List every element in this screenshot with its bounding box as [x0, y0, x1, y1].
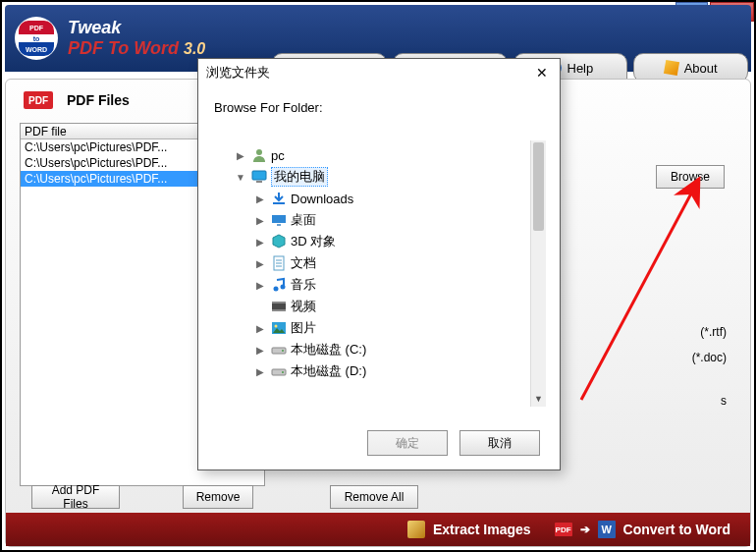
expand-icon[interactable]: ▶: [253, 345, 267, 356]
tree-item[interactable]: ▶本地磁盘 (C:): [214, 339, 544, 360]
expand-icon[interactable]: ▶: [234, 150, 247, 161]
svg-rect-15: [272, 309, 286, 311]
tree-item[interactable]: ▶音乐: [214, 274, 544, 296]
dialog-ok-button[interactable]: 确定: [367, 430, 448, 456]
expand-icon[interactable]: ▶: [253, 193, 267, 204]
desktop-icon: [271, 212, 287, 228]
svg-point-12: [281, 285, 286, 290]
doc-icon: [271, 255, 287, 271]
svg-rect-3: [256, 181, 262, 183]
logo-top: PDF: [19, 21, 54, 34]
tree-item[interactable]: ▶桌面: [214, 209, 544, 231]
app-logo-icon: PDF to WORD: [15, 17, 58, 60]
add-pdf-files-button[interactable]: Add PDF Files: [31, 485, 120, 509]
dialog-titlebar[interactable]: 浏览文件夹 ✕: [198, 59, 560, 86]
dialog-prompt: Browse For Folder:: [198, 86, 560, 119]
expand-icon[interactable]: ▶: [253, 237, 267, 248]
cube3d-icon: [271, 234, 287, 249]
svg-rect-6: [277, 224, 281, 226]
brand-text: Tweak PDF To Word 3.0: [68, 18, 205, 59]
browse-folder-dialog: 浏览文件夹 ✕ Browse For Folder: ▶pc▼我的电脑▶Down…: [197, 58, 561, 470]
tree-item[interactable]: ▶图片: [214, 317, 544, 339]
download-icon: [271, 191, 287, 206]
options-text: s: [721, 394, 727, 408]
svg-point-21: [282, 371, 284, 373]
tree-item[interactable]: ▶3D 对象: [214, 231, 544, 252]
pdf-badge-icon: PDF: [24, 91, 53, 109]
word-small-icon: W: [598, 521, 616, 538]
tree-item-label: 文档: [291, 254, 316, 272]
brand-line1: Tweak: [68, 18, 205, 38]
tree-item-label: 本地磁盘 (D:): [291, 362, 366, 380]
svg-rect-4: [273, 202, 285, 204]
format-option-rtf: (*.rtf): [700, 325, 727, 339]
monitor-icon: [251, 169, 267, 185]
svg-rect-5: [272, 215, 286, 223]
remove-button[interactable]: Remove: [183, 485, 253, 509]
tree-item-label: 我的电脑: [271, 167, 328, 187]
svg-rect-2: [252, 171, 266, 180]
svg-rect-14: [272, 302, 286, 304]
pdf-files-heading: PDF PDF Files: [24, 91, 130, 109]
dialog-title-text: 浏览文件夹: [206, 64, 270, 82]
images-icon: [407, 521, 425, 538]
tree-item[interactable]: ▶本地磁盘 (D:): [214, 360, 544, 382]
svg-point-17: [275, 325, 278, 328]
drive-icon: [271, 342, 287, 358]
logo-bot: WORD: [19, 42, 54, 56]
expand-icon[interactable]: ▶: [253, 323, 267, 334]
format-option-doc: (*.doc): [692, 351, 727, 364]
expand-icon[interactable]: ▶: [253, 215, 267, 226]
tree-item-label: pc: [271, 148, 285, 163]
tree-item[interactable]: ▶pc: [214, 144, 544, 166]
svg-point-19: [282, 350, 284, 352]
picture-icon: [271, 320, 287, 336]
scroll-thumb[interactable]: [533, 142, 544, 231]
drive-icon: [271, 363, 287, 379]
tree-item-label: 视频: [291, 298, 316, 315]
browse-button[interactable]: Browse: [656, 165, 725, 189]
convert-to-word-button[interactable]: PDF ➔ W Convert to Word: [555, 521, 730, 538]
expand-icon[interactable]: ▼: [234, 172, 247, 183]
tree-item-label: 桌面: [291, 211, 316, 229]
tree-item-label: 音乐: [291, 276, 316, 294]
tree-item-label: Downloads: [291, 192, 353, 206]
pdf-small-icon: PDF: [555, 523, 572, 536]
dialog-cancel-button[interactable]: 取消: [459, 430, 540, 456]
expand-icon[interactable]: ▶: [253, 258, 267, 269]
logo-mid: to: [19, 34, 54, 42]
svg-point-1: [256, 149, 262, 155]
about-icon: [664, 60, 679, 76]
scroll-down-icon[interactable]: ▼: [531, 391, 546, 407]
expand-icon[interactable]: ▶: [253, 366, 267, 377]
tree-item[interactable]: ▼我的电脑: [214, 166, 544, 188]
tree-item-label: 图片: [291, 319, 316, 337]
tree-item[interactable]: ▶文档: [214, 252, 544, 274]
tree-item[interactable]: 视频: [214, 296, 544, 317]
expand-icon[interactable]: ▶: [253, 280, 267, 291]
tree-item[interactable]: ▶Downloads: [214, 188, 544, 209]
arrow-icon: ➔: [580, 523, 590, 536]
video-icon: [271, 299, 287, 314]
brand-line2: PDF To Word 3.0: [68, 38, 205, 59]
folder-tree[interactable]: ▶pc▼我的电脑▶Downloads▶桌面▶3D 对象▶文档▶音乐视频▶图片▶本…: [212, 140, 546, 407]
action-bar: Extract Images PDF ➔ W Convert to Word: [6, 513, 750, 546]
svg-point-11: [274, 287, 279, 292]
extract-images-button[interactable]: Extract Images: [407, 521, 531, 538]
remove-all-button[interactable]: Remove All: [330, 485, 418, 509]
person-icon: [251, 147, 267, 163]
music-icon: [271, 277, 287, 293]
dialog-close-button[interactable]: ✕: [532, 63, 552, 83]
tree-item-label: 本地磁盘 (C:): [291, 341, 366, 359]
scrollbar[interactable]: ▲ ▼: [530, 140, 546, 407]
tree-item-label: 3D 对象: [291, 233, 336, 250]
